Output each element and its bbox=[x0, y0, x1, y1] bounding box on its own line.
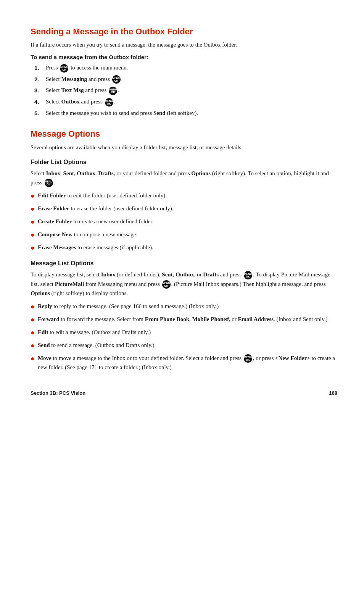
section1-intro: If a failure occurs when you try to send… bbox=[31, 40, 337, 49]
folder-list-intro: Select Inbox, Sent, Outbox, Drafts, or y… bbox=[31, 169, 337, 187]
bullet-dot: ● bbox=[31, 301, 35, 312]
menu-icon-drafts: MENUOK bbox=[244, 271, 252, 279]
footer: Section 3B: PCS Vision 168 bbox=[31, 387, 337, 396]
message-list-bullets: ● Reply to reply to the message. (See pa… bbox=[31, 302, 337, 372]
bullet-dot: ● bbox=[31, 314, 35, 325]
bullet-dot: ● bbox=[31, 242, 35, 253]
bullet-compose-new: ● Compose New to compose a new message. bbox=[31, 230, 337, 241]
menu-icon-options: MENUOK bbox=[45, 179, 53, 187]
step-5: Select the message you wish to send and … bbox=[34, 109, 337, 118]
step-2: Select Messaging and press MENUOK. bbox=[34, 75, 337, 84]
bullet-dot: ● bbox=[31, 216, 35, 228]
bullet-dot: ● bbox=[31, 229, 35, 241]
bullet-dot: ● bbox=[31, 353, 35, 364]
step-3: Select Text Msg and press MENUOK. bbox=[34, 86, 337, 95]
bullet-dot: ● bbox=[31, 190, 35, 202]
bullet-dot: ● bbox=[31, 327, 35, 338]
menu-icon-2: MENUOK bbox=[112, 75, 121, 84]
step-4: Select Outbox and press MENUOK. bbox=[34, 97, 337, 107]
section2-title: Message Options bbox=[31, 129, 337, 139]
section1-title: Sending a Message in the Outbox Folder bbox=[31, 27, 337, 37]
menu-icon-picturemail: MENUOK bbox=[162, 280, 171, 289]
step-1: Press MENUOK to access the main menu. bbox=[34, 63, 337, 73]
footer-left: Section 3B: PCS Vision bbox=[31, 390, 85, 396]
bullet-move: ● Move to move a message to the Inbox or… bbox=[31, 354, 337, 372]
message-list-options-title: Message List Options bbox=[31, 260, 337, 267]
bullet-erase-folder: ● Erase Folder to erase the folder (user… bbox=[31, 204, 337, 215]
folder-list-options-title: Folder List Options bbox=[31, 159, 337, 166]
bullet-dot: ● bbox=[31, 340, 35, 351]
section2-intro: Several options are available when you d… bbox=[31, 143, 337, 152]
bullet-reply: ● Reply to reply to the message. (See pa… bbox=[31, 302, 337, 312]
section1-subheading: To send a message from the Outbox folder… bbox=[31, 54, 337, 60]
bullet-edit-folder: ● Edit Folder to edit the folder (user d… bbox=[31, 191, 337, 202]
menu-icon-4: MENUOK bbox=[105, 98, 113, 107]
bullet-create-folder: ● Create Folder to create a new user def… bbox=[31, 217, 337, 228]
bullet-dot: ● bbox=[31, 203, 35, 215]
footer-right: 168 bbox=[329, 390, 337, 396]
menu-icon-3: MENUOK bbox=[109, 87, 117, 95]
section1-steps: Press MENUOK to access the main menu. Se… bbox=[34, 63, 337, 118]
menu-icon-1: MENUOK bbox=[60, 64, 68, 73]
bullet-edit: ● Edit to edit a message. (Outbox and Dr… bbox=[31, 328, 337, 338]
folder-list-bullets: ● Edit Folder to edit the folder (user d… bbox=[31, 191, 337, 253]
menu-icon-move: MENUOK bbox=[244, 354, 252, 363]
bullet-forward: ● Forward to forward the message. Select… bbox=[31, 315, 337, 325]
bullet-send: ● Send to send a message. (Outbox and Dr… bbox=[31, 341, 337, 351]
message-list-intro: To display message list, select Inbox (o… bbox=[31, 270, 337, 298]
bullet-erase-messages: ● Erase Messages to erase messages (if a… bbox=[31, 243, 337, 253]
